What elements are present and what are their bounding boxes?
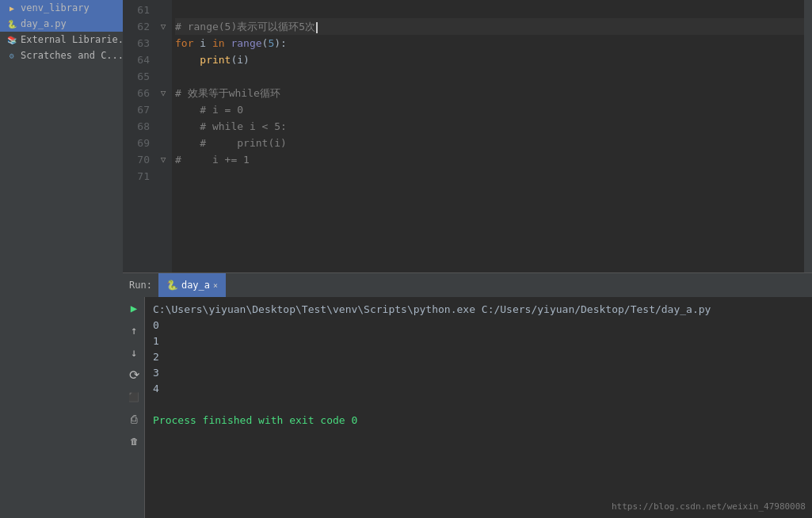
gutter-71 (154, 168, 172, 185)
print-button[interactable]: ⎙ (123, 408, 145, 430)
scroll-down-button[interactable]: ↓ (123, 341, 145, 364)
run-tabs-bar: Run: 🐍 day_a × (123, 273, 812, 297)
rerun-button[interactable]: ⟳ (123, 364, 145, 386)
scratches-icon: ⚙ (6, 50, 17, 61)
run-tab-label: day_a (181, 280, 210, 291)
sidebar-item-day-a[interactable]: 🐍 day_a.py (0, 16, 123, 32)
code-view: 61 62 63 64 65 66 67 68 69 70 71 ▽ ▽ (123, 0, 812, 272)
sidebar-item-external[interactable]: 📚 External Librarie... (0, 32, 123, 48)
gutter-64 (154, 51, 172, 68)
line-num-63: 63 (123, 35, 150, 51)
line-num-66: 66 (123, 85, 150, 101)
code-line-62: # range(5)表示可以循环5次 (175, 18, 804, 35)
run-button[interactable]: ▶ (123, 297, 145, 319)
console-line-3: 3 (153, 365, 804, 381)
console-output: C:\Users\yiyuan\Desktop\Test\venv\Script… (145, 297, 812, 518)
code-line-61 (175, 2, 804, 18)
line-num-65: 65 (123, 68, 150, 85)
run-controls: ▶ ↑ ↓ ⟳ ⬛ ⎙ 🗑 (123, 297, 145, 518)
code-line-65 (175, 68, 804, 85)
code-line-70: # i += 1 (175, 151, 804, 168)
line-num-70: 70 (123, 151, 150, 168)
sidebar-item-label: Scratches and C... (21, 50, 123, 61)
sidebar-item-label: External Librarie... (21, 34, 123, 45)
code-line-69: # print(i) (175, 135, 804, 151)
line-num-67: 67 (123, 101, 150, 118)
stop-button[interactable]: ⬛ (123, 386, 145, 408)
run-label: Run: (129, 280, 152, 291)
run-panel-body: ▶ ↑ ↓ ⟳ ⬛ ⎙ 🗑 C:\Users\yiyuan\Desktop\Te… (123, 297, 812, 518)
code-gutter: ▽ ▽ ▽ (154, 0, 172, 272)
code-line-66: # 效果等于while循环 (175, 85, 804, 101)
gutter-69 (154, 135, 172, 151)
gutter-70[interactable]: ▽ (154, 151, 172, 168)
delete-button[interactable]: 🗑 (123, 430, 145, 452)
console-line-process: Process finished with exit code 0 (153, 413, 804, 428)
line-num-64: 64 (123, 51, 150, 68)
line-num-68: 68 (123, 118, 150, 135)
gutter-66[interactable]: ▽ (154, 85, 172, 101)
code-line-63: for i in range(5): (175, 35, 804, 51)
gutter-68 (154, 118, 172, 135)
main-area: ▶ venv_library 🐍 day_a.py 📚 External Lib… (0, 0, 812, 518)
code-line-67: # i = 0 (175, 101, 804, 118)
console-line-2: 2 (153, 349, 804, 365)
line-num-62: 62 (123, 18, 150, 35)
gutter-65 (154, 68, 172, 85)
line-num-71: 71 (123, 168, 150, 185)
sidebar-item-label: day_a.py (21, 18, 67, 29)
sidebar-item-venv[interactable]: ▶ venv_library (0, 0, 123, 16)
sidebar-item-scratches[interactable]: ⚙ Scratches and C... (0, 48, 123, 63)
console-line-1: 1 (153, 333, 804, 349)
gutter-62[interactable]: ▽ (154, 18, 172, 35)
csdn-url-link[interactable]: https://blog.csdn.net/weixin_47980008 (612, 501, 806, 512)
python-icon: 🐍 (6, 18, 17, 29)
editor-scrollbar[interactable] (804, 0, 812, 272)
console-line-path: C:\Users\yiyuan\Desktop\Test\venv\Script… (153, 302, 804, 318)
console-line-4: 4 (153, 381, 804, 397)
code-line-68: # while i < 5: (175, 118, 804, 135)
console-line-0: 0 (153, 318, 804, 333)
external-icon: 📚 (6, 34, 17, 45)
sidebar-item-label: venv_library (21, 2, 90, 13)
bottom-panel: Run: 🐍 day_a × ▶ ↑ ↓ ⟳ ⬛ ⎙ 🗑 (123, 272, 812, 518)
code-line-64: print(i) (175, 51, 804, 68)
editor-area: 61 62 63 64 65 66 67 68 69 70 71 ▽ ▽ (123, 0, 812, 518)
code-editor[interactable]: # range(5)表示可以循环5次 for i in range(5): pr… (172, 0, 804, 272)
gutter-63 (154, 35, 172, 51)
gutter-61 (154, 2, 172, 18)
run-tab-close[interactable]: × (213, 281, 218, 290)
gutter-67 (154, 101, 172, 118)
line-num-69: 69 (123, 135, 150, 151)
line-numbers: 61 62 63 64 65 66 67 68 69 70 71 (123, 0, 154, 272)
scroll-up-button[interactable]: ↑ (123, 319, 145, 341)
folder-icon: ▶ (6, 2, 17, 13)
sidebar: ▶ venv_library 🐍 day_a.py 📚 External Lib… (0, 0, 123, 518)
console-line-empty (153, 397, 804, 413)
run-tab-day-a[interactable]: 🐍 day_a × (158, 273, 226, 297)
code-line-71 (175, 168, 804, 185)
line-num-61: 61 (123, 2, 150, 18)
